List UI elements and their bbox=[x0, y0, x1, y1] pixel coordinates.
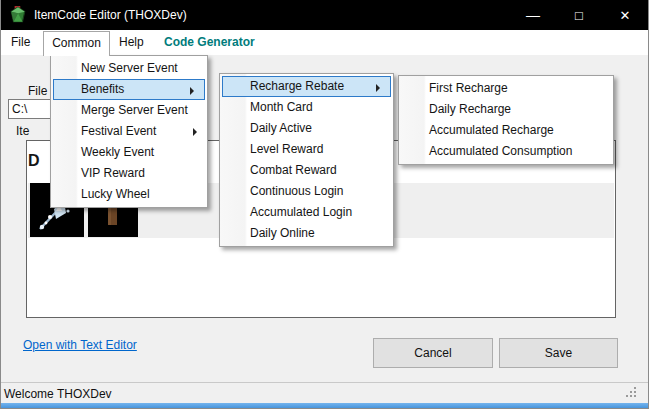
menu-item-daily-recharge[interactable]: Daily Recharge bbox=[399, 99, 613, 120]
items-label: Ite bbox=[16, 124, 29, 138]
menu-item-label: Accumulated Consumption bbox=[429, 144, 572, 158]
menu-item-level-reward[interactable]: Level Reward bbox=[220, 139, 393, 160]
menu-item-label: Level Reward bbox=[250, 142, 323, 156]
menu-item-label: New Server Event bbox=[81, 61, 178, 75]
menu-item-label: First Recharge bbox=[429, 81, 508, 95]
menu-item-label: Festival Event bbox=[81, 124, 156, 138]
menubar-item-common[interactable]: Common bbox=[43, 31, 110, 56]
menu-item-label: Lucky Wheel bbox=[81, 187, 150, 201]
menu-item-benefits[interactable]: Benefits bbox=[53, 79, 205, 100]
menu-item-label: Benefits bbox=[81, 82, 124, 96]
submenu-arrow-icon bbox=[190, 87, 194, 95]
menu-item-month-card[interactable]: Month Card bbox=[220, 97, 393, 118]
menu-item-label: Recharge Rebate bbox=[250, 79, 344, 93]
maximize-icon[interactable]: □ bbox=[556, 0, 602, 30]
menu-item-label: Weekly Event bbox=[81, 145, 154, 159]
app-icon bbox=[9, 6, 27, 24]
menu-item-label: Daily Recharge bbox=[429, 102, 511, 116]
close-icon[interactable]: ✕ bbox=[602, 0, 648, 30]
menu-item-label: Daily Online bbox=[250, 226, 315, 240]
menubar-item-file[interactable]: File bbox=[11, 35, 30, 49]
menu-item-label: Accumulated Login bbox=[250, 205, 352, 219]
menu-item-label: Month Card bbox=[250, 100, 313, 114]
menu-item-daily-active[interactable]: Daily Active bbox=[220, 118, 393, 139]
menubar-item-help[interactable]: Help bbox=[119, 35, 144, 49]
open-with-text-editor-link[interactable]: Open with Text Editor bbox=[23, 338, 137, 352]
titlebar-buttons: — □ ✕ bbox=[510, 0, 648, 30]
menu-item-label: Daily Active bbox=[250, 121, 312, 135]
menu-recharge-rebate: First Recharge Daily Recharge Accumulate… bbox=[398, 75, 614, 165]
status-message: Welcome THOXDev bbox=[4, 387, 112, 401]
background-strip bbox=[1, 403, 648, 409]
menu-item-accumulated-recharge[interactable]: Accumulated Recharge bbox=[399, 120, 613, 141]
window-title: ItemCode Editor (THOXDev) bbox=[34, 8, 187, 22]
menubar-item-code-generator[interactable]: Code Generator bbox=[164, 35, 255, 49]
menu-item-festival-event[interactable]: Festival Event bbox=[51, 121, 207, 142]
menu-item-new-server-event[interactable]: New Server Event bbox=[51, 58, 207, 79]
menu-item-label: Continuous Login bbox=[250, 184, 343, 198]
menu-item-daily-online[interactable]: Daily Online bbox=[220, 223, 393, 244]
menu-item-lucky-wheel[interactable]: Lucky Wheel bbox=[51, 184, 207, 205]
titlebar: ItemCode Editor (THOXDev) — □ ✕ bbox=[1, 0, 648, 30]
minimize-icon[interactable]: — bbox=[510, 0, 556, 30]
cancel-button[interactable]: Cancel bbox=[373, 338, 493, 368]
menu-item-recharge-rebate[interactable]: Recharge Rebate bbox=[222, 76, 391, 97]
menu-common: New Server Event Benefits Merge Server E… bbox=[50, 55, 208, 208]
menu-item-label: Accumulated Recharge bbox=[429, 123, 554, 137]
menu-item-merge-server-event[interactable]: Merge Server Event bbox=[51, 100, 207, 121]
menubar: File Common Help Code Generator bbox=[1, 30, 648, 55]
app-window: ItemCode Editor (THOXDev) — □ ✕ File Com… bbox=[0, 0, 649, 409]
submenu-arrow-icon bbox=[376, 84, 380, 92]
save-button[interactable]: Save bbox=[499, 338, 618, 368]
menu-item-accumulated-login[interactable]: Accumulated Login bbox=[220, 202, 393, 223]
menu-item-weekly-event[interactable]: Weekly Event bbox=[51, 142, 207, 163]
panel-heading: D bbox=[28, 152, 40, 170]
resize-grip-icon[interactable] bbox=[634, 395, 636, 397]
submenu-arrow-icon bbox=[193, 128, 197, 136]
file-path-label: File bbox=[28, 84, 47, 98]
menu-benefits: Recharge Rebate Month Card Daily Active … bbox=[219, 73, 394, 247]
menu-item-accumulated-consumption[interactable]: Accumulated Consumption bbox=[399, 141, 613, 162]
menu-item-label: Combat Reward bbox=[250, 163, 337, 177]
menu-item-continuous-login[interactable]: Continuous Login bbox=[220, 181, 393, 202]
menu-item-label: Merge Server Event bbox=[81, 103, 188, 117]
menu-item-combat-reward[interactable]: Combat Reward bbox=[220, 160, 393, 181]
menu-item-vip-reward[interactable]: VIP Reward bbox=[51, 163, 207, 184]
menu-item-first-recharge[interactable]: First Recharge bbox=[399, 78, 613, 99]
statusbar: Welcome THOXDev bbox=[1, 382, 648, 403]
menu-item-label: VIP Reward bbox=[81, 166, 145, 180]
